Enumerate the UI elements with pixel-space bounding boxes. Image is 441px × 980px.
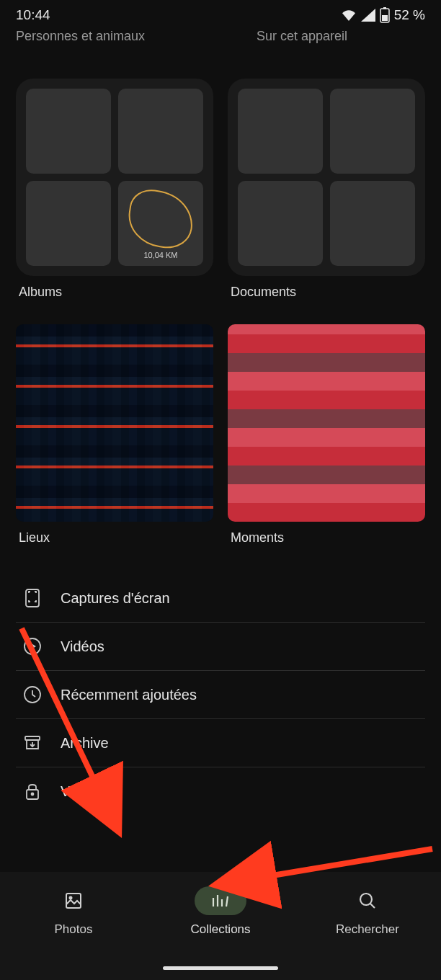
albums-card[interactable]: 10,04 KM Albums — [16, 79, 213, 300]
document-thumb — [238, 181, 323, 266]
row-label: Verrouillé — [61, 783, 120, 800]
nav-label: Collections — [190, 922, 250, 937]
lock-icon — [23, 782, 42, 801]
categories-list: Captures d'écran Vidéos Récemment ajouté… — [0, 574, 441, 815]
battery-percent: 52 % — [394, 7, 425, 23]
svg-point-10 — [69, 897, 71, 899]
document-thumb — [238, 89, 323, 174]
status-right: 52 % — [341, 7, 425, 23]
svg-rect-2 — [382, 15, 388, 21]
documents-label: Documents — [228, 283, 425, 300]
run-distance: 10,04 KM — [118, 251, 203, 259]
row-label: Archive — [61, 735, 109, 752]
row-label: Captures d'écran — [61, 590, 170, 607]
row-screenshots[interactable]: Captures d'écran — [16, 574, 425, 623]
places-label: Lieux — [16, 529, 213, 545]
moments-thumb — [228, 324, 425, 522]
row-videos[interactable]: Vidéos — [16, 623, 425, 671]
nav-search[interactable]: Rechercher — [295, 886, 440, 937]
document-thumb — [330, 181, 415, 266]
svg-point-11 — [360, 894, 372, 905]
header-on-device[interactable]: Sur cet appareil — [257, 29, 425, 44]
svg-rect-3 — [26, 589, 39, 607]
albums-label: Albums — [16, 283, 213, 300]
row-locked[interactable]: Verrouillé — [16, 767, 425, 815]
album-thumb — [118, 89, 203, 174]
row-label: Récemment ajoutées — [61, 687, 197, 703]
header-people-pets[interactable]: Personnes et animaux — [16, 29, 184, 44]
row-recent[interactable]: Récemment ajoutées — [16, 671, 425, 719]
wifi-icon — [341, 9, 357, 22]
home-indicator[interactable] — [163, 966, 278, 970]
header-titles: Personnes et animaux Sur cet appareil — [0, 26, 441, 53]
clock-icon — [23, 685, 42, 704]
moments-label: Moments — [228, 529, 425, 545]
search-icon — [358, 891, 377, 910]
album-thumb: 10,04 KM — [118, 181, 203, 266]
places-card[interactable]: Lieux — [16, 324, 213, 545]
svg-rect-6 — [25, 736, 40, 740]
nav-collections[interactable]: Collections — [148, 886, 293, 937]
moments-card[interactable]: Moments — [228, 324, 425, 545]
collections-icon — [210, 892, 231, 909]
play-icon — [23, 637, 42, 656]
album-thumb — [26, 181, 111, 266]
svg-rect-9 — [66, 894, 81, 908]
svg-rect-1 — [383, 7, 386, 9]
row-label: Vidéos — [61, 638, 104, 655]
nav-label: Rechercher — [336, 922, 399, 937]
photos-icon — [64, 891, 83, 910]
document-thumb — [330, 89, 415, 174]
archive-icon — [23, 734, 42, 752]
status-bar: 10:44 52 % — [0, 0, 441, 26]
battery-icon — [380, 7, 390, 23]
row-archive[interactable]: Archive — [16, 719, 425, 767]
bottom-nav: Photos Collections Rechercher — [0, 872, 441, 980]
nav-photos[interactable]: Photos — [1, 886, 146, 937]
documents-card[interactable]: Documents — [228, 79, 425, 300]
signal-icon — [361, 9, 375, 22]
clock: 10:44 — [16, 7, 50, 23]
places-thumb — [16, 324, 213, 522]
album-thumb — [26, 89, 111, 174]
svg-point-8 — [32, 793, 34, 796]
nav-label: Photos — [55, 922, 93, 937]
screenshot-icon — [23, 589, 42, 607]
